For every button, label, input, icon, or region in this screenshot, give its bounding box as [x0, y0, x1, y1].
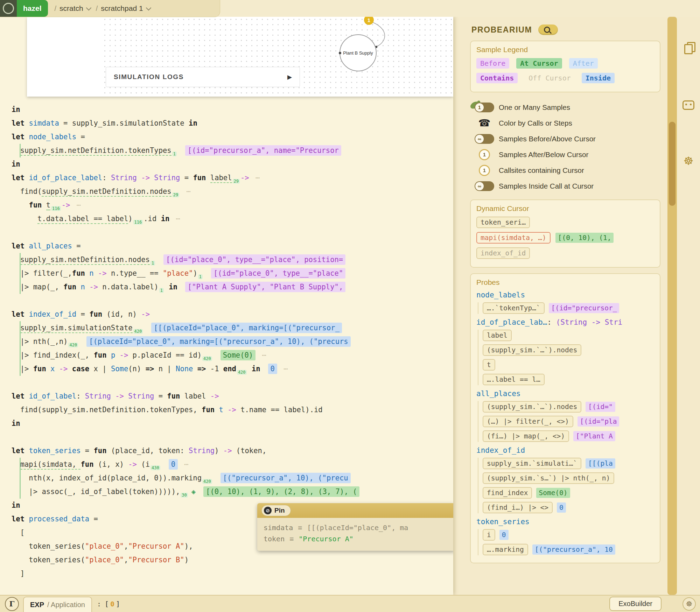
probe-row[interactable]: ….label == l…	[483, 374, 654, 385]
simulation-canvas[interactable]: 1 Plant B Supply SIMULATION LOGS ▶	[27, 17, 453, 97]
breadcrumb-item-scratch[interactable]: scratch	[59, 4, 83, 13]
code-line[interactable]: find(supply_sim.netDefinition.nodes29⋯	[0, 185, 453, 198]
code-line[interactable]: nth(x, index_of_id(place_id, 0)).marking…	[0, 471, 453, 485]
probe-row[interactable]: label	[483, 330, 654, 341]
toggle-switch[interactable]: ∞	[475, 134, 494, 144]
cursor-chip[interactable]: mapi(simdata, …)	[476, 232, 551, 244]
chevron-down-icon[interactable]	[86, 5, 92, 10]
hazel-logo[interactable]	[0, 0, 17, 17]
code-line[interactable]: |> find_index(_, fun p -> p.placeId == i…	[0, 349, 453, 362]
probe-name[interactable]: all_places	[476, 389, 654, 398]
probe-expr-chip[interactable]: t	[483, 359, 495, 371]
code-line[interactable]: let simdata = supply_sim.simulationState…	[0, 117, 453, 130]
probe-row[interactable]: ….marking[("precursor_a", 10	[483, 544, 654, 555]
copy-pages-button[interactable]	[681, 41, 696, 57]
probe-name[interactable]: token_series	[476, 518, 654, 526]
probe-expr-chip[interactable]: i	[483, 529, 495, 541]
scrollbar-track[interactable]	[667, 17, 677, 595]
probe-row[interactable]: (supply_sim.`…`).nodes	[483, 344, 654, 356]
probe-sample[interactable]: [(id="place_0", type__="place", position…	[163, 254, 345, 265]
probe-row[interactable]: (supply_sim.`…`).nodes[(id="	[483, 401, 654, 413]
cursor-chip[interactable]: token_seri…	[476, 217, 530, 228]
probe-sample[interactable]: [[(placeId="place_0", marking=[("precurs…	[151, 323, 342, 333]
probe-name[interactable]: index_of_id	[476, 446, 654, 455]
code-line[interactable]: let index_of_id = fun (id, n) ->	[0, 308, 453, 321]
probe-sample[interactable]: ["Plant A	[573, 431, 615, 441]
code-line[interactable]: |> map(_, fun n -> n.data.label)1 in["Pl…	[0, 280, 453, 294]
code-line[interactable]	[0, 294, 453, 308]
probe-expr-chip[interactable]: (supply_sim.`s…`) |> nth(_, n)	[483, 472, 614, 484]
probe-expr-chip[interactable]: find_index	[483, 487, 532, 499]
pin-button[interactable]: ⊘ Pin	[261, 505, 291, 516]
code-line[interactable]: |> assoc(_, id_of_label(token))))),30◈[(…	[0, 485, 453, 499]
chevron-down-icon[interactable]	[146, 5, 151, 10]
probe-expr-chip[interactable]: supply_sim.`simulati…`	[483, 458, 581, 469]
gamma-context-badge[interactable]: Γ	[5, 597, 19, 611]
probe-sample[interactable]: [(0, 10), (1, 9), (2, 8), (3, 7), (	[203, 486, 359, 497]
code-line[interactable]: let id_of_place_label: String -> String …	[0, 171, 453, 185]
code-line[interactable]: supply_sim.netDefinition.nodes1[(id="pla…	[0, 253, 453, 267]
probe-row[interactable]: (find_i…) |> <>0	[483, 502, 654, 513]
breadcrumb-item-scratchpad[interactable]: scratchpad 1	[101, 4, 143, 13]
probe-sample[interactable]: 0	[499, 530, 509, 540]
probe-expr-chip[interactable]: (supply_sim.`…`).nodes	[483, 401, 581, 413]
code-line[interactable]: let node_labels =	[0, 130, 453, 144]
probe-row[interactable]: ….`tokenTyp…`[(id="precursor_	[483, 302, 654, 314]
probe-sample[interactable]: [(id="	[586, 402, 615, 412]
probe-row[interactable]: (supply_sim.`s…`) |> nth(_, n)	[483, 472, 654, 484]
probe-row[interactable]: (…) |> filter(_, <>)[(id="pla	[483, 416, 654, 427]
code-line[interactable]: in	[0, 103, 453, 117]
code-line[interactable]: in	[0, 417, 453, 430]
probe-sample[interactable]: 0	[557, 502, 566, 513]
code-line[interactable]: in	[0, 157, 453, 171]
globe-icon[interactable]: ☸	[682, 597, 696, 611]
probe-expr-chip[interactable]: (find_i…) |> <>	[483, 502, 553, 513]
probe-row[interactable]: find_indexSome(0)	[483, 487, 654, 499]
probe-sample[interactable]: [("precursor_a", 10), ("precu	[220, 473, 351, 483]
probe-expr-chip[interactable]: (fi…) |> map(_, <>)	[483, 430, 569, 442]
scrollbar-thumb[interactable]	[669, 122, 676, 206]
code-line[interactable]: let all_places =	[0, 239, 453, 253]
code-line[interactable]: ]	[0, 567, 453, 581]
probe-expr-chip[interactable]: ….marking	[483, 544, 528, 555]
probe-sample[interactable]: [[(pla	[586, 458, 615, 469]
probe-expr-chip[interactable]: ….label == l…	[483, 374, 545, 385]
probe-expr-chip[interactable]: (supply_sim.`…`).nodes	[483, 344, 581, 356]
mode-tab[interactable]: EXP / Application	[23, 597, 92, 612]
code-line[interactable]	[0, 430, 453, 444]
probe-expr-chip[interactable]: ….`tokenTyp…`	[483, 302, 545, 314]
code-line[interactable]	[0, 376, 453, 389]
probe-sample[interactable]: [(id="precursor_a", name="Precursor	[185, 145, 341, 156]
cursor-chip[interactable]: index_of_id	[476, 247, 530, 259]
app-name-badge[interactable]: hazel	[17, 0, 48, 17]
toggle-switch[interactable]: 1	[475, 103, 494, 112]
count-badge[interactable]: 1	[479, 165, 490, 176]
probe-expr-chip[interactable]: (…) |> filter(_, <>)	[483, 416, 573, 427]
probe-sample[interactable]: Some(0)	[220, 350, 255, 360]
play-icon[interactable]: ▶	[287, 73, 292, 81]
toggle-switch[interactable]: ∞	[475, 181, 494, 191]
code-line[interactable]: mapi(simdata, fun (i, x) -> (i4300⋯	[0, 458, 453, 471]
probe-name[interactable]: id_of_place_lab…: (String -> Stri	[476, 318, 654, 326]
petri-net-node[interactable]: Plant B Supply	[340, 34, 377, 71]
code-line[interactable]: token_series("place_0","Precursor B")	[0, 553, 453, 567]
probe-sample[interactable]: [(id="precursor_	[549, 303, 620, 313]
probe-sample[interactable]: [(placeId="place_0", marking=[("precurso…	[86, 336, 351, 347]
code-line[interactable]: supply_sim.simulationState420[[(placeId=…	[0, 321, 453, 335]
code-line[interactable]	[0, 226, 453, 239]
probe-sample[interactable]: Some(0)	[536, 488, 570, 498]
probe-expr-chip[interactable]: label	[483, 330, 512, 341]
simulation-logs-bar[interactable]: SIMULATION LOGS ▶	[106, 67, 300, 87]
code-line[interactable]: |> filter(_,fun n -> n.type__ == "place"…	[0, 267, 453, 280]
probe-sample[interactable]: [(id="place_0", type__="place"	[211, 268, 345, 279]
probe-row[interactable]: supply_sim.`simulati…`[[(pla	[483, 458, 654, 469]
exobuilder-button[interactable]: ExoBuilder	[609, 597, 662, 611]
probe-sample[interactable]: 0	[268, 364, 277, 374]
code-line[interactable]: fun t116->⋯	[0, 198, 453, 212]
code-line[interactable]: |> nth(_,n)420[(placeId="place_0", marki…	[0, 335, 453, 349]
wheel-button[interactable]: ☸	[681, 153, 696, 169]
code-line[interactable]: let token_series = fun (place_id, token:…	[0, 444, 453, 458]
probe-sample[interactable]: ["Plant A Supply", "Plant B Supply",	[185, 282, 345, 292]
count-badge[interactable]: 1	[479, 149, 490, 160]
probe-row[interactable]: i0	[483, 529, 654, 541]
